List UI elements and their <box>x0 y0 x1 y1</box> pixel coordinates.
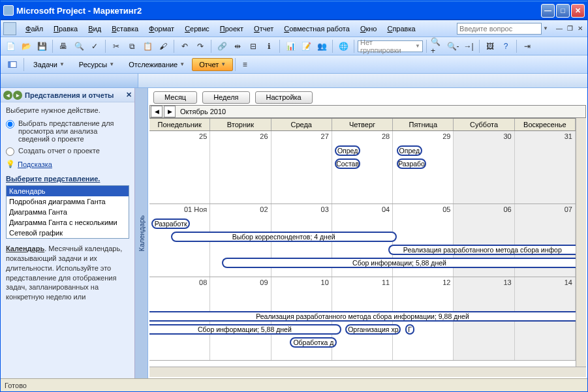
cut-icon[interactable]: ✂ <box>109 39 123 53</box>
task-bar[interactable]: Сбор информации; 5,88 дней <box>149 324 341 335</box>
group-combo[interactable]: Нет группировки▼ <box>358 40 423 52</box>
resources-view-button[interactable]: Ресурсы▼ <box>72 58 121 71</box>
menu-collab[interactable]: Совместная работа <box>279 23 355 35</box>
copy-icon[interactable]: ⧉ <box>125 39 139 53</box>
zoom-out-icon[interactable]: 🔍- <box>446 39 460 53</box>
more-icon[interactable]: ⇥ <box>520 39 534 53</box>
link-icon[interactable]: 🔗 <box>215 39 229 53</box>
goto-icon[interactable]: →| <box>461 39 476 53</box>
info-icon[interactable]: ℹ <box>262 39 276 53</box>
menu-project[interactable]: Проект <box>215 23 249 35</box>
maximize-button[interactable]: □ <box>556 4 570 18</box>
statusbar: Готово <box>1 378 587 391</box>
menu-window[interactable]: Окно <box>355 23 382 35</box>
print-icon[interactable]: 🖶 <box>56 39 70 53</box>
save-icon[interactable]: 💾 <box>35 39 49 53</box>
titlebar[interactable]: Microsoft Project - Маркетинг2 — □ ✕ <box>1 1 587 20</box>
doc-minimize-icon[interactable]: — <box>555 24 564 33</box>
list-item[interactable]: Диаграмма Ганта <box>7 207 129 217</box>
radio-select-view[interactable]: Выбрать представление для просмотра или … <box>6 119 129 143</box>
tasks-view-button[interactable]: Задачи▼ <box>26 58 72 71</box>
task-bar[interactable]: Разработк <box>151 219 190 229</box>
custom-button[interactable]: Настройка <box>255 91 313 104</box>
horizontal-scrollbar[interactable] <box>149 367 586 377</box>
toolbar-dropdown-icon[interactable]: ≡ <box>238 57 252 72</box>
standard-toolbar: 📄 📂 💾 🖶 🔍 ✓ ✂ ⧉ 📋 🖌 ↶ ↷ 🔗 ⇹ ⊟ ℹ 📊 📝 👥 🌐 … <box>1 37 587 55</box>
status-text: Готово <box>5 382 27 389</box>
next-month-icon[interactable]: ▶ <box>164 106 176 117</box>
menu-edit[interactable]: Правка <box>48 23 83 35</box>
menu-insert[interactable]: Вставка <box>106 23 144 35</box>
project-icon[interactable] <box>3 22 16 35</box>
week-row: 08 09 10 11 12 13 14 Реализация разработ… <box>149 277 576 361</box>
task-bar[interactable]: Опред <box>397 145 422 156</box>
task-bar[interactable]: Выбор корреспондентов; 4 дней <box>171 232 397 242</box>
select-view-label: Выберите представление. <box>6 175 129 183</box>
month-button[interactable]: Месяц <box>153 91 197 104</box>
view-list[interactable]: Календарь Подробная диаграмма Ганта Диаг… <box>6 185 129 239</box>
list-item[interactable]: Календарь <box>7 186 129 196</box>
help-search-input[interactable] <box>457 23 542 35</box>
spellcheck-icon[interactable]: ✓ <box>87 39 102 53</box>
unlink-icon[interactable]: ⇹ <box>230 39 245 53</box>
list-item[interactable]: Сетевой график <box>7 228 129 238</box>
copy-pic-icon[interactable]: 🖼 <box>483 39 497 53</box>
list-item[interactable]: Диаграмма Ганта с несколькими <box>7 217 129 228</box>
menu-format[interactable]: Формат <box>144 23 179 35</box>
menu-view[interactable]: Вид <box>83 23 106 35</box>
guide-close-icon[interactable]: ✕ <box>126 91 132 99</box>
menu-file[interactable]: Файл <box>20 23 48 35</box>
task-bar[interactable]: Сбор информации; 5,88 дней <box>222 258 576 268</box>
format-painter-icon[interactable]: 🖌 <box>156 39 170 53</box>
doc-close-icon[interactable]: ✕ <box>576 24 585 33</box>
task-bar[interactable]: Разрабо <box>397 158 427 169</box>
menu-tools[interactable]: Сервис <box>179 23 215 35</box>
guide-title: Представления и отчеты <box>25 91 114 99</box>
undo-icon[interactable]: ↶ <box>178 39 192 53</box>
task-bar[interactable]: Реализация разработанного метода сбора и… <box>149 311 576 322</box>
assign-icon[interactable]: 👥 <box>315 39 329 53</box>
menu-report[interactable]: Отчет <box>249 23 279 35</box>
calendar-grid[interactable]: ПонедельникВторникСредаЧетвергПятницаСуб… <box>149 118 576 367</box>
notes-icon[interactable]: 📝 <box>299 39 313 53</box>
svg-rect-1 <box>8 61 11 67</box>
close-button[interactable]: ✕ <box>571 4 585 18</box>
prev-month-icon[interactable]: ◀ <box>151 106 162 117</box>
task-bar[interactable]: Организация хр <box>345 324 401 335</box>
calendar-controls: Месяц Неделя Настройка <box>149 89 586 105</box>
doc-restore-icon[interactable]: ❐ <box>565 24 574 33</box>
minimize-button[interactable]: — <box>541 4 555 18</box>
publish-icon[interactable]: 🌐 <box>336 39 350 53</box>
task-bar[interactable]: Опред <box>335 145 360 156</box>
task-bar[interactable]: Состав <box>335 158 360 169</box>
paste-icon[interactable]: 📋 <box>140 39 155 53</box>
app-icon <box>3 5 14 16</box>
fwd-icon[interactable]: ▸ <box>13 91 22 100</box>
vertical-scrollbar[interactable] <box>576 118 586 367</box>
new-icon[interactable]: 📄 <box>3 39 18 53</box>
list-item[interactable]: Подробная диаграмма Ганта <box>7 196 129 207</box>
task-bar[interactable]: Реализация разработанного метода сбора и… <box>388 245 576 255</box>
redo-icon[interactable]: ↷ <box>193 39 208 53</box>
menu-help[interactable]: Справка <box>382 23 420 35</box>
report-view-button[interactable]: Отчет▼ <box>192 58 233 71</box>
task-info-icon[interactable]: 📊 <box>283 39 298 53</box>
preview-icon[interactable]: 🔍 <box>72 39 86 53</box>
vertical-view-tab[interactable]: Календарь <box>135 88 148 378</box>
week-button[interactable]: Неделя <box>202 91 249 104</box>
view-bar: Задачи▼ Ресурсы▼ Отслеживание▼ Отчет▼ ≡ <box>1 55 587 74</box>
tracking-view-button[interactable]: Отслеживание▼ <box>121 58 192 71</box>
split-icon[interactable]: ⊟ <box>246 39 260 53</box>
back-icon[interactable]: ◂ <box>3 91 12 100</box>
hint-link[interactable]: Подсказка <box>18 160 52 168</box>
radio-create-report[interactable]: Создать отчет о проекте <box>6 147 129 156</box>
guide-prompt: Выберите нужное действие. <box>6 106 129 114</box>
app-window: Microsoft Project - Маркетинг2 — □ ✕ Фай… <box>0 0 588 392</box>
help-icon[interactable]: ? <box>499 39 513 53</box>
task-bar[interactable]: Обработка д <box>290 337 337 348</box>
open-icon[interactable]: 📂 <box>19 39 33 53</box>
bulb-icon: 💡 <box>6 160 15 168</box>
task-bar[interactable]: Г <box>405 324 414 335</box>
zoom-in-icon[interactable]: 🔍+ <box>430 39 444 53</box>
guide-icon[interactable] <box>3 57 22 72</box>
